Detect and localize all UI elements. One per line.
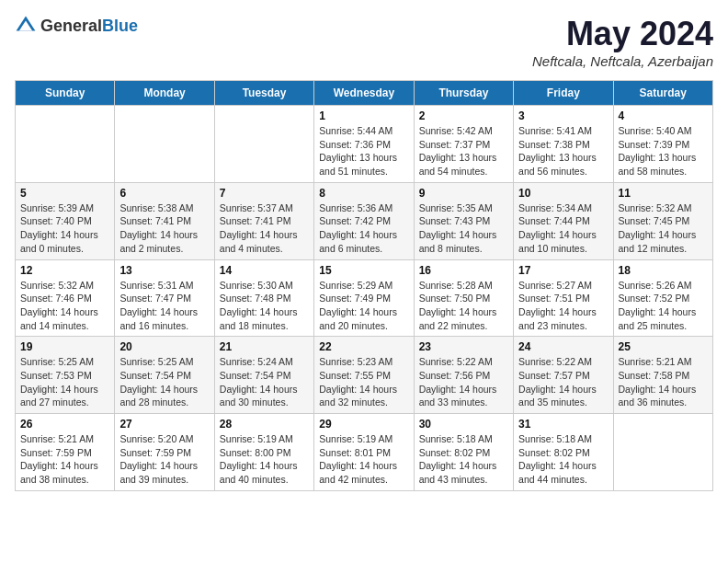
day-info: Sunrise: 5:44 AMSunset: 7:36 PMDaylight:… xyxy=(319,124,408,178)
calendar-header-wednesday: Wednesday xyxy=(314,81,414,106)
calendar-header-sunday: Sunday xyxy=(16,81,115,106)
calendar-cell: 8Sunrise: 5:36 AMSunset: 7:42 PMDaylight… xyxy=(314,182,414,259)
day-info: Sunrise: 5:32 AMSunset: 7:45 PMDaylight:… xyxy=(619,201,708,256)
day-number: 30 xyxy=(419,418,508,431)
calendar-cell: 13Sunrise: 5:31 AMSunset: 7:47 PMDayligh… xyxy=(115,259,214,337)
calendar-cell: 5Sunrise: 5:39 AMSunset: 7:40 PMDaylight… xyxy=(16,182,115,259)
day-info: Sunrise: 5:37 AMSunset: 7:41 PMDaylight:… xyxy=(220,201,309,256)
calendar-table: SundayMondayTuesdayWednesdayThursdayFrid… xyxy=(15,80,713,491)
logo: GeneralBlue xyxy=(15,15,138,37)
day-info: Sunrise: 5:42 AMSunset: 7:37 PMDaylight:… xyxy=(419,124,508,178)
day-info: Sunrise: 5:18 AMSunset: 8:02 PMDaylight:… xyxy=(419,432,508,487)
calendar-cell: 24Sunrise: 5:22 AMSunset: 7:57 PMDayligh… xyxy=(514,337,613,414)
day-number: 16 xyxy=(419,264,508,277)
day-info: Sunrise: 5:34 AMSunset: 7:44 PMDaylight:… xyxy=(518,201,608,256)
calendar-cell xyxy=(16,106,115,183)
calendar-cell: 4Sunrise: 5:40 AMSunset: 7:39 PMDaylight… xyxy=(613,106,712,183)
calendar-cell: 28Sunrise: 5:19 AMSunset: 8:00 PMDayligh… xyxy=(214,414,313,491)
day-info: Sunrise: 5:24 AMSunset: 7:54 PMDaylight:… xyxy=(220,355,309,409)
calendar-cell xyxy=(613,414,712,491)
day-number: 26 xyxy=(20,418,109,431)
calendar-cell: 3Sunrise: 5:41 AMSunset: 7:38 PMDaylight… xyxy=(514,106,613,183)
calendar-cell: 16Sunrise: 5:28 AMSunset: 7:50 PMDayligh… xyxy=(414,259,513,337)
calendar-header-thursday: Thursday xyxy=(414,81,513,106)
day-info: Sunrise: 5:25 AMSunset: 7:53 PMDaylight:… xyxy=(20,355,109,409)
page-header: GeneralBlue May 2024 Neftcala, Neftcala,… xyxy=(15,15,713,69)
calendar-cell: 1Sunrise: 5:44 AMSunset: 7:36 PMDaylight… xyxy=(314,106,414,183)
calendar-cell xyxy=(115,106,214,183)
day-number: 2 xyxy=(419,109,508,122)
day-number: 9 xyxy=(419,187,508,200)
day-info: Sunrise: 5:41 AMSunset: 7:38 PMDaylight:… xyxy=(518,124,608,178)
calendar-header-row: SundayMondayTuesdayWednesdayThursdayFrid… xyxy=(16,81,713,106)
calendar-cell: 20Sunrise: 5:25 AMSunset: 7:54 PMDayligh… xyxy=(115,337,214,414)
day-number: 24 xyxy=(518,340,608,353)
calendar-week-1: 1Sunrise: 5:44 AMSunset: 7:36 PMDaylight… xyxy=(16,106,713,183)
logo-text-blue: Blue xyxy=(102,17,138,35)
day-number: 28 xyxy=(220,418,309,431)
day-number: 21 xyxy=(220,340,309,353)
calendar-cell: 29Sunrise: 5:19 AMSunset: 8:01 PMDayligh… xyxy=(314,414,414,491)
calendar-week-2: 5Sunrise: 5:39 AMSunset: 7:40 PMDaylight… xyxy=(16,182,713,259)
day-number: 27 xyxy=(119,418,209,431)
calendar-week-4: 19Sunrise: 5:25 AMSunset: 7:53 PMDayligh… xyxy=(16,337,713,414)
calendar-cell: 15Sunrise: 5:29 AMSunset: 7:49 PMDayligh… xyxy=(314,259,414,337)
calendar-week-5: 26Sunrise: 5:21 AMSunset: 7:59 PMDayligh… xyxy=(16,414,713,491)
calendar-cell: 14Sunrise: 5:30 AMSunset: 7:48 PMDayligh… xyxy=(214,259,313,337)
title-location: Neftcala, Neftcala, Azerbaijan xyxy=(532,53,713,69)
calendar-header-tuesday: Tuesday xyxy=(214,81,313,106)
day-number: 19 xyxy=(20,340,109,353)
day-number: 6 xyxy=(119,187,209,200)
day-info: Sunrise: 5:22 AMSunset: 7:56 PMDaylight:… xyxy=(419,355,508,409)
day-info: Sunrise: 5:19 AMSunset: 8:00 PMDaylight:… xyxy=(220,432,309,487)
day-number: 14 xyxy=(220,264,309,277)
logo-icon xyxy=(15,15,37,37)
day-number: 18 xyxy=(619,264,708,277)
day-number: 12 xyxy=(20,264,109,277)
day-info: Sunrise: 5:23 AMSunset: 7:55 PMDaylight:… xyxy=(319,355,408,409)
day-number: 25 xyxy=(619,340,708,353)
calendar-cell: 18Sunrise: 5:26 AMSunset: 7:52 PMDayligh… xyxy=(613,259,712,337)
day-number: 1 xyxy=(319,109,408,122)
calendar-cell: 10Sunrise: 5:34 AMSunset: 7:44 PMDayligh… xyxy=(514,182,613,259)
day-number: 13 xyxy=(119,264,209,277)
day-info: Sunrise: 5:27 AMSunset: 7:51 PMDaylight:… xyxy=(518,279,608,333)
calendar-cell: 12Sunrise: 5:32 AMSunset: 7:46 PMDayligh… xyxy=(16,259,115,337)
day-info: Sunrise: 5:19 AMSunset: 8:01 PMDaylight:… xyxy=(319,432,408,487)
calendar-cell: 11Sunrise: 5:32 AMSunset: 7:45 PMDayligh… xyxy=(613,182,712,259)
calendar-cell: 26Sunrise: 5:21 AMSunset: 7:59 PMDayligh… xyxy=(16,414,115,491)
day-info: Sunrise: 5:38 AMSunset: 7:41 PMDaylight:… xyxy=(119,201,209,256)
day-number: 11 xyxy=(619,187,708,200)
calendar-header-saturday: Saturday xyxy=(613,81,712,106)
calendar-header-monday: Monday xyxy=(115,81,214,106)
day-number: 17 xyxy=(518,264,608,277)
calendar-cell: 2Sunrise: 5:42 AMSunset: 7:37 PMDaylight… xyxy=(414,106,513,183)
calendar-cell: 27Sunrise: 5:20 AMSunset: 7:59 PMDayligh… xyxy=(115,414,214,491)
title-month: May 2024 xyxy=(532,15,713,53)
title-block: May 2024 Neftcala, Neftcala, Azerbaijan xyxy=(532,15,713,69)
day-number: 8 xyxy=(319,187,408,200)
calendar-cell: 30Sunrise: 5:18 AMSunset: 8:02 PMDayligh… xyxy=(414,414,513,491)
day-info: Sunrise: 5:40 AMSunset: 7:39 PMDaylight:… xyxy=(619,124,708,178)
calendar-cell: 9Sunrise: 5:35 AMSunset: 7:43 PMDaylight… xyxy=(414,182,513,259)
calendar-cell: 19Sunrise: 5:25 AMSunset: 7:53 PMDayligh… xyxy=(16,337,115,414)
day-number: 15 xyxy=(319,264,408,277)
day-info: Sunrise: 5:26 AMSunset: 7:52 PMDaylight:… xyxy=(619,279,708,333)
calendar-cell: 21Sunrise: 5:24 AMSunset: 7:54 PMDayligh… xyxy=(214,337,313,414)
day-info: Sunrise: 5:39 AMSunset: 7:40 PMDaylight:… xyxy=(20,201,109,256)
day-info: Sunrise: 5:29 AMSunset: 7:49 PMDaylight:… xyxy=(319,279,408,333)
day-info: Sunrise: 5:20 AMSunset: 7:59 PMDaylight:… xyxy=(119,432,209,487)
day-info: Sunrise: 5:22 AMSunset: 7:57 PMDaylight:… xyxy=(518,355,608,409)
calendar-cell xyxy=(214,106,313,183)
calendar-week-3: 12Sunrise: 5:32 AMSunset: 7:46 PMDayligh… xyxy=(16,259,713,337)
day-info: Sunrise: 5:36 AMSunset: 7:42 PMDaylight:… xyxy=(319,201,408,256)
day-info: Sunrise: 5:21 AMSunset: 7:58 PMDaylight:… xyxy=(619,355,708,409)
day-number: 31 xyxy=(518,418,608,431)
day-number: 5 xyxy=(20,187,109,200)
calendar-header-friday: Friday xyxy=(514,81,613,106)
day-info: Sunrise: 5:32 AMSunset: 7:46 PMDaylight:… xyxy=(20,279,109,333)
day-info: Sunrise: 5:18 AMSunset: 8:02 PMDaylight:… xyxy=(518,432,608,487)
calendar-cell: 31Sunrise: 5:18 AMSunset: 8:02 PMDayligh… xyxy=(514,414,613,491)
calendar-cell: 25Sunrise: 5:21 AMSunset: 7:58 PMDayligh… xyxy=(613,337,712,414)
day-info: Sunrise: 5:21 AMSunset: 7:59 PMDaylight:… xyxy=(20,432,109,487)
